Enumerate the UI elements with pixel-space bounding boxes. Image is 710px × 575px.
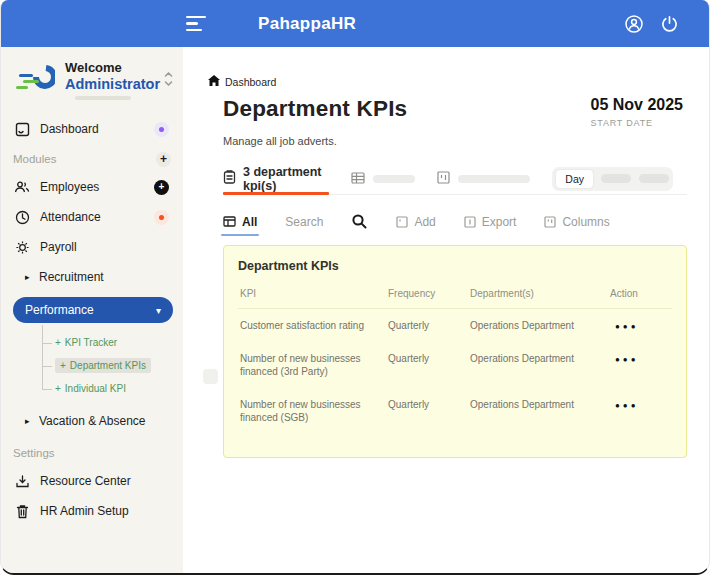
submenu-item-kpi-tracker[interactable]: +KPI Tracker xyxy=(42,331,173,354)
welcome-block: Welcome Administrator xyxy=(13,60,173,100)
user-switcher-chevrons-icon[interactable] xyxy=(164,71,173,90)
add-module-button[interactable]: + xyxy=(156,152,171,167)
row-actions-kebab-icon[interactable]: ●●● xyxy=(615,355,639,364)
trash-icon xyxy=(13,504,31,519)
sidebar-item-hr-admin-setup[interactable]: HR Admin Setup xyxy=(13,496,173,526)
chevron-down-icon: ▾ xyxy=(156,305,161,316)
filter-all-tab[interactable]: All xyxy=(223,215,257,229)
start-date-block: 05 Nov 2025 START DATE xyxy=(590,96,683,128)
submenu-item-individual-kpi[interactable]: +Individual KPI xyxy=(42,377,173,400)
clipboard-icon xyxy=(223,170,236,187)
sidebar-item-label: Employees xyxy=(40,180,99,194)
segment-day[interactable]: Day xyxy=(556,170,593,188)
add-label: Add xyxy=(414,215,435,229)
cell-kpi: Number of new businesses financed (SGB) xyxy=(240,398,388,425)
cell-frequency: Quarterly xyxy=(388,398,470,412)
tab-skeleton-columns[interactable] xyxy=(437,163,530,194)
panel-drag-handle[interactable] xyxy=(203,369,218,384)
clock-icon xyxy=(13,210,31,225)
sidebar-item-resource-center[interactable]: Resource Center xyxy=(13,466,173,496)
add-panel-icon xyxy=(396,216,408,228)
add-button[interactable]: Add xyxy=(396,215,435,229)
tab-label-skeleton xyxy=(458,175,530,183)
table-row: Number of new businesses financed (SGB) … xyxy=(238,388,672,434)
columns-button[interactable]: Columns xyxy=(544,215,609,229)
username: Administrator xyxy=(65,76,160,92)
panel-title: Department KPIs xyxy=(238,259,672,273)
table-toolbar: All Search Add xyxy=(223,213,687,230)
column-chart-icon xyxy=(437,170,450,188)
column-header-frequency: Frequency xyxy=(388,288,470,299)
sidebar-item-label: Recruitment xyxy=(39,270,104,284)
tab-skeleton-table[interactable] xyxy=(351,163,415,194)
segment-skeleton[interactable] xyxy=(601,174,631,183)
menu-icon[interactable] xyxy=(186,16,210,32)
start-date-value: 05 Nov 2025 xyxy=(590,96,683,114)
export-label: Export xyxy=(482,215,517,229)
logout-power-icon[interactable] xyxy=(660,14,679,33)
tab-bar: 3 department kpi(s) xyxy=(223,163,687,195)
table-icon xyxy=(351,170,365,188)
sidebar-item-attendance[interactable]: Attendance xyxy=(13,202,173,232)
sidebar-item-payroll[interactable]: Payroll xyxy=(13,232,173,262)
cell-departments: Operations Department xyxy=(470,352,610,366)
caret-right-icon: ▸ xyxy=(25,272,37,282)
sidebar-item-label: Performance xyxy=(25,303,94,317)
cell-kpi: Customer satisfaction rating xyxy=(240,319,388,333)
plus-prefix-icon: + xyxy=(55,337,61,348)
cell-frequency: Quarterly xyxy=(388,319,470,333)
cell-departments: Operations Department xyxy=(470,398,610,412)
sidebar-item-dashboard[interactable]: Dashboard xyxy=(13,114,173,144)
sidebar-item-label: HR Admin Setup xyxy=(40,504,129,518)
table-row: Number of new businesses financed (3rd P… xyxy=(238,342,672,388)
table-row: Customer satisfaction rating Quarterly O… xyxy=(238,309,672,342)
search-label: Search xyxy=(285,215,323,229)
sidebar-item-label: Dashboard xyxy=(40,122,99,136)
row-actions-kebab-icon[interactable]: ●●● xyxy=(615,322,639,331)
plus-prefix-icon: + xyxy=(55,383,61,394)
sidebar-item-label: Attendance xyxy=(40,210,101,224)
table-header-row: KPI Frequency Department(s) Action xyxy=(238,288,672,309)
start-date-label: START DATE xyxy=(590,118,683,128)
download-tray-icon xyxy=(13,474,31,489)
filter-all-label: All xyxy=(242,215,257,229)
username-underline xyxy=(75,96,131,100)
tab-label: 3 department kpi(s) xyxy=(243,165,329,193)
cell-departments: Operations Department xyxy=(470,319,610,333)
caret-right-icon: ▸ xyxy=(25,416,37,426)
performance-submenu: +KPI Tracker +Department KPIs +Individua… xyxy=(42,331,173,400)
sidebar-item-vacation-absence[interactable]: ▸ Vacation & Absence xyxy=(13,406,173,436)
page-subtitle: Manage all job adverts. xyxy=(223,135,687,147)
app-title: PahappaHR xyxy=(258,14,356,34)
sidebar-item-label: Vacation & Absence xyxy=(39,414,146,428)
search-icon[interactable] xyxy=(351,213,368,230)
sidebar-item-employees[interactable]: Employees + xyxy=(13,172,173,202)
segment-skeleton[interactable] xyxy=(639,174,669,183)
attendance-notification-badge xyxy=(154,210,169,225)
sidebar-item-recruitment[interactable]: ▸ Recruitment xyxy=(13,262,173,292)
settings-section-label: Settings xyxy=(13,440,173,466)
export-button[interactable]: Export xyxy=(464,215,517,229)
main-content: Dashboard Department KPIs 05 Nov 2025 ST… xyxy=(183,47,709,573)
sidebar-item-performance-selected[interactable]: Performance ▾ xyxy=(13,297,173,323)
tab-label-skeleton xyxy=(373,175,415,183)
employees-add-badge: + xyxy=(154,180,169,195)
tab-department-kpis[interactable]: 3 department kpi(s) xyxy=(223,163,329,194)
column-header-action: Action xyxy=(610,288,672,299)
top-bar: PahappaHR xyxy=(1,0,709,47)
search-tab[interactable]: Search xyxy=(285,215,323,229)
submenu-item-department-kpis[interactable]: +Department KPIs xyxy=(42,354,173,377)
dashboard-icon xyxy=(13,122,31,137)
cell-kpi: Number of new businesses financed (3rd P… xyxy=(240,352,388,379)
export-panel-icon xyxy=(464,216,476,228)
app-window: PahappaHR xyxy=(0,0,710,575)
row-actions-kebab-icon[interactable]: ●●● xyxy=(615,401,639,410)
welcome-label: Welcome xyxy=(65,60,160,75)
department-kpis-panel: Department KPIs KPI Frequency Department… xyxy=(223,245,687,458)
breadcrumb[interactable]: Dashboard xyxy=(208,75,687,88)
plus-prefix-icon: + xyxy=(60,360,66,371)
user-profile-icon[interactable] xyxy=(624,14,644,34)
columns-panel-icon xyxy=(544,216,556,228)
modules-section-label: Modules + xyxy=(13,146,173,172)
gear-icon xyxy=(13,240,31,255)
